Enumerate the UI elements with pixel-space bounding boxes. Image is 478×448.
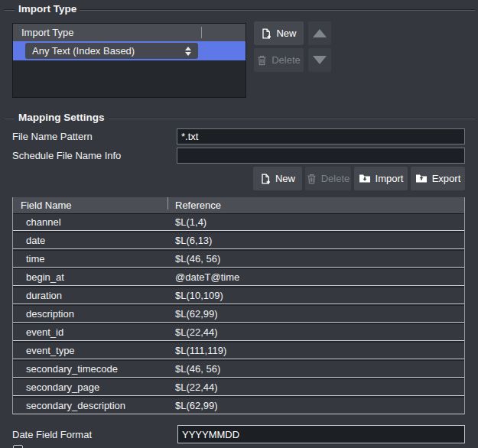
field-name-cell: channel (26, 214, 61, 231)
reference-cell: $L(6,13) (175, 232, 212, 249)
field-name-cell: duration (26, 287, 62, 304)
table-row[interactable]: date$L(6,13) (13, 232, 464, 249)
field-name-cell: secondary_timecode (26, 361, 118, 378)
reference-cell: $L(46, 56) (175, 251, 220, 268)
field-name-cell: secondary_description (26, 398, 125, 414)
new-document-icon (260, 174, 271, 184)
delete-button-label: Delete (321, 173, 350, 184)
table-row[interactable]: duration$L(10,109) (13, 287, 464, 304)
move-up-button[interactable] (308, 21, 331, 45)
reference-cell: $L(46, 56) (175, 361, 220, 378)
field-new-button[interactable]: New (253, 167, 302, 190)
file-name-pattern-input[interactable] (177, 128, 465, 144)
field-name-cell: secondary_page (26, 379, 99, 396)
group-border-line (80, 9, 475, 11)
column-divider[interactable] (167, 197, 168, 209)
table-row[interactable]: secondary_description$L(62,99) (13, 398, 464, 414)
import-type-grid: Import Type Any Text (Index Based) (12, 23, 246, 98)
date-field-format-input[interactable] (177, 425, 465, 443)
arrow-up-icon (313, 29, 327, 37)
schedule-file-name-info-label: Schedule File Name Info (12, 150, 121, 161)
mapping-settings-group-title: Mapping Settings (18, 112, 105, 123)
import-type-new-button[interactable]: New (254, 21, 304, 45)
folder-import-icon (359, 174, 371, 183)
reference-cell: $L(22,44) (175, 324, 218, 341)
reference-cell: $L(111,119) (175, 342, 226, 359)
import-type-group-title: Import Type (18, 3, 76, 15)
field-delete-button[interactable]: Delete (305, 167, 351, 190)
import-type-column-label: Import Type (21, 27, 73, 38)
table-row[interactable]: time$L(46, 56) (13, 251, 464, 268)
table-row[interactable]: secondary_page$L(22,44) (13, 379, 464, 396)
selected-import-type-row[interactable]: Any Text (Index Based) (13, 41, 246, 60)
table-row[interactable]: description$L(62,99) (13, 306, 464, 323)
field-name-cell: event_type (26, 342, 75, 359)
import-button[interactable]: Import (354, 167, 408, 190)
field-table-header[interactable]: Field Name Reference (13, 197, 464, 214)
folder-export-icon (415, 174, 428, 183)
reference-cell: $L(10,109) (175, 287, 223, 304)
schedule-file-name-info-input[interactable] (177, 148, 465, 164)
export-button[interactable]: Export (411, 167, 465, 190)
table-row[interactable]: channel$L(1,4) (13, 214, 464, 231)
import-type-delete-button[interactable]: Delete (254, 48, 304, 72)
field-name-cell: time (26, 251, 45, 268)
combobox-updown-icon (185, 47, 191, 56)
field-name-cell: description (26, 306, 74, 323)
combobox-selected-value: Any Text (Index Based) (32, 45, 135, 57)
checkbox-partial[interactable] (13, 445, 23, 448)
import-type-combobox[interactable]: Any Text (Index Based) (25, 43, 198, 59)
new-document-icon (261, 28, 272, 39)
export-button-label: Export (432, 173, 461, 184)
group-border-dash (5, 9, 15, 11)
table-row[interactable]: event_type$L(111,119) (13, 342, 464, 359)
table-row[interactable]: begin_at@dateT@time (13, 269, 464, 286)
field-name-cell: event_id (26, 324, 63, 341)
reference-cell: @dateT@time (175, 269, 239, 286)
reference-column-header[interactable]: Reference (175, 197, 221, 213)
move-down-button[interactable] (308, 48, 331, 72)
import-button-label: Import (376, 173, 404, 184)
new-button-label: New (276, 28, 296, 39)
field-name-column-header[interactable]: Field Name (21, 197, 71, 213)
date-field-format-label: Date Field Format (12, 429, 92, 440)
group-border-line (109, 118, 475, 119)
reference-cell: $L(62,99) (175, 398, 218, 414)
reference-cell: $L(22,44) (175, 379, 218, 396)
arrow-down-icon (313, 56, 327, 64)
field-mapping-grid: Field Name Reference channel$L(1,4)date$… (12, 197, 465, 414)
reference-cell: $L(62,99) (175, 306, 218, 323)
delete-button-label: Delete (272, 54, 301, 66)
field-table-body: channel$L(1,4)date$L(6,13)time$L(46, 56)… (13, 214, 464, 414)
group-border-dash (5, 118, 15, 119)
field-name-cell: begin_at (26, 269, 64, 286)
trash-icon (257, 55, 267, 66)
field-name-cell: date (26, 232, 45, 249)
table-row[interactable]: event_id$L(22,44) (13, 324, 464, 341)
reference-cell: $L(1,4) (175, 214, 206, 231)
table-row[interactable]: secondary_timecode$L(46, 56) (13, 361, 464, 378)
new-button-label: New (275, 173, 295, 184)
import-type-column-header[interactable]: Import Type (13, 24, 246, 41)
file-name-pattern-label: File Name Pattern (12, 131, 93, 142)
trash-icon (307, 174, 317, 184)
column-divider[interactable] (201, 27, 202, 38)
